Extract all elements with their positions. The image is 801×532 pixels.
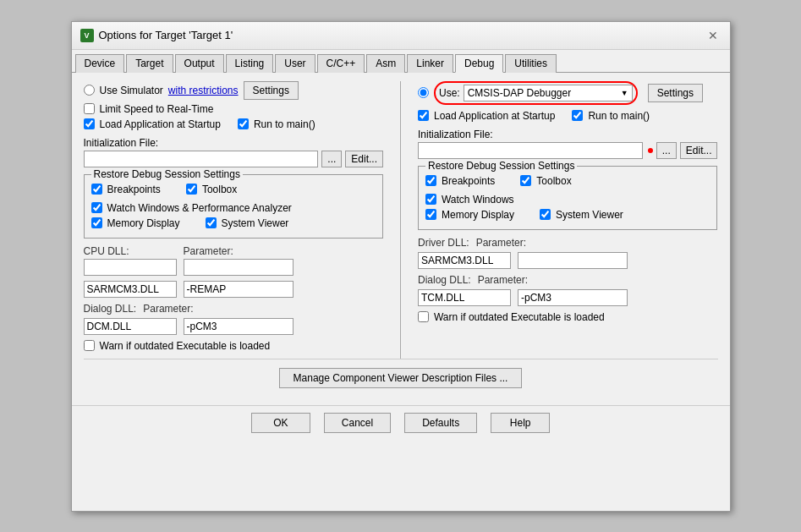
tab-listing[interactable]: Listing xyxy=(226,54,274,73)
right-sysviewer-label: System Viewer xyxy=(556,209,623,221)
dropdown-arrow-icon: ▼ xyxy=(621,89,628,97)
right-memory-checkbox[interactable] xyxy=(425,209,436,220)
right-warn-checkbox[interactable] xyxy=(418,311,429,322)
tab-debug[interactable]: Debug xyxy=(455,54,503,73)
tab-cpp[interactable]: C/C++ xyxy=(317,54,365,73)
left-watch-row: Watch Windows & Performance Analyzer xyxy=(91,202,376,214)
left-cpu-dll-value[interactable] xyxy=(84,281,177,298)
simulator-radio[interactable] xyxy=(84,85,95,96)
left-sysviewer-checkbox[interactable] xyxy=(206,217,217,228)
left-cpu-dll-row: CPU DLL: Parameter: xyxy=(84,245,384,276)
left-toolbox-row: Toolbox xyxy=(186,184,237,195)
right-driver-param-col: Parameter: xyxy=(476,237,526,249)
with-restrictions-link[interactable]: with restrictions xyxy=(168,85,239,96)
right-toolbox-row: Toolbox xyxy=(520,175,571,187)
right-dialog-dll-row: Dialog DLL: Parameter: xyxy=(418,274,718,286)
ok-button[interactable]: OK xyxy=(251,413,310,433)
left-warn-row: Warn if outdated Executable is loaded xyxy=(84,340,384,352)
right-dialog-dll-col: Dialog DLL: xyxy=(418,274,471,286)
right-dialog-param-label: Parameter: xyxy=(478,274,528,286)
left-dialog-dll-value[interactable] xyxy=(84,318,177,335)
right-toolbox-checkbox[interactable] xyxy=(520,175,531,186)
red-indicator xyxy=(648,148,653,153)
debugger-dropdown[interactable]: CMSIS-DAP Debugger ▼ xyxy=(464,85,633,101)
defaults-button[interactable]: Defaults xyxy=(404,413,477,433)
title-bar: V Options for Target 'Target 1' ✕ xyxy=(72,22,730,50)
use-label: Use: xyxy=(439,87,460,99)
right-breakpoints-row: Breakpoints xyxy=(425,175,495,187)
left-cpu-dll-col: CPU DLL: xyxy=(84,245,177,276)
right-driver-param-label: Parameter: xyxy=(476,237,526,249)
right-watch-row: Watch Windows xyxy=(425,194,710,206)
left-cpu-param-value[interactable] xyxy=(184,281,294,298)
right-edit-button[interactable]: Edit... xyxy=(680,142,718,159)
left-dialog-param-value[interactable] xyxy=(184,318,294,335)
left-toolbox-checkbox[interactable] xyxy=(186,184,197,195)
left-dialog-dll-label: Dialog DLL: xyxy=(84,303,137,315)
right-run-main-row: Run to main() xyxy=(572,110,650,122)
left-breakpoints-row: Breakpoints xyxy=(91,184,161,195)
right-load-app-checkbox[interactable] xyxy=(418,110,429,121)
left-settings-button[interactable]: Settings xyxy=(244,81,299,100)
left-load-app-label: Load Application at Startup xyxy=(100,118,221,130)
left-run-main-checkbox[interactable] xyxy=(238,118,249,129)
left-cpu-dll-input[interactable] xyxy=(84,259,177,276)
right-run-main-checkbox[interactable] xyxy=(572,110,583,121)
left-breakpoints-checkbox[interactable] xyxy=(91,184,102,195)
right-use-radio[interactable] xyxy=(418,87,429,98)
left-watch-checkbox[interactable] xyxy=(91,202,102,213)
right-init-input[interactable] xyxy=(418,142,643,159)
right-warn-label: Warn if outdated Executable is loaded xyxy=(434,311,605,323)
right-sysviewer-row: System Viewer xyxy=(540,209,623,221)
left-memory-label: Memory Display xyxy=(107,217,180,229)
left-edit-button[interactable]: Edit... xyxy=(345,151,383,167)
right-dialog-param-value[interactable] xyxy=(518,289,628,306)
close-button[interactable]: ✕ xyxy=(705,27,721,44)
tab-user[interactable]: User xyxy=(275,54,315,73)
right-browse-button[interactable]: ... xyxy=(656,142,677,159)
left-dialog-param-col: Parameter: xyxy=(143,303,193,315)
right-settings-button[interactable]: Settings xyxy=(648,84,703,102)
right-driver-param-value[interactable] xyxy=(518,252,628,269)
tab-asm[interactable]: Asm xyxy=(366,54,405,73)
right-sysviewer-checkbox[interactable] xyxy=(540,209,551,220)
options-dialog: V Options for Target 'Target 1' ✕ Device… xyxy=(71,21,731,512)
right-init-label: Initialization File: xyxy=(418,129,718,140)
right-watch-checkbox[interactable] xyxy=(425,194,436,205)
tab-target[interactable]: Target xyxy=(126,54,173,73)
left-restore-group-title: Restore Debug Session Settings xyxy=(91,168,243,180)
manage-component-button[interactable]: Manage Component Viewer Description File… xyxy=(279,368,523,388)
left-cpu-param-input[interactable] xyxy=(184,259,294,276)
limit-speed-checkbox[interactable] xyxy=(84,103,95,114)
left-warn-checkbox[interactable] xyxy=(84,340,95,351)
bottom-buttons: OK Cancel Defaults Help xyxy=(72,405,730,440)
right-breakpoints-checkbox[interactable] xyxy=(425,175,436,186)
tab-output[interactable]: Output xyxy=(175,54,224,73)
left-load-app-checkbox[interactable] xyxy=(84,118,95,129)
right-restore-group: Restore Debug Session Settings Breakpoin… xyxy=(418,166,718,230)
left-memory-row: Memory Display xyxy=(91,217,180,229)
tab-utilities[interactable]: Utilities xyxy=(505,54,557,73)
right-driver-dll-value[interactable] xyxy=(418,252,511,269)
right-dialog-dll-value[interactable] xyxy=(418,289,511,306)
right-restore-group-title: Restore Debug Session Settings xyxy=(425,160,577,172)
left-dialog-dll-col: Dialog DLL: xyxy=(84,303,137,315)
left-init-file-row: ... Edit... xyxy=(84,151,384,167)
right-panel: Use: CMSIS-DAP Debugger ▼ Settings Load … xyxy=(418,81,718,359)
left-run-main-label: Run to main() xyxy=(254,118,315,130)
left-group-inner: Breakpoints Toolbox Watch Windows & Perf… xyxy=(91,180,376,233)
left-memory-checkbox[interactable] xyxy=(91,217,102,228)
help-button[interactable]: Help xyxy=(491,413,550,433)
left-load-app-row: Load Application at Startup xyxy=(84,118,221,130)
manage-btn-row: Manage Component Viewer Description File… xyxy=(84,359,718,388)
tab-device[interactable]: Device xyxy=(75,54,125,73)
tab-linker[interactable]: Linker xyxy=(407,54,453,73)
left-init-input[interactable] xyxy=(84,151,319,167)
right-dialog-param-col: Parameter: xyxy=(478,274,528,286)
right-init-file-row: ... Edit... xyxy=(418,142,718,159)
right-toolbox-label: Toolbox xyxy=(536,175,571,187)
left-browse-button[interactable]: ... xyxy=(321,151,342,167)
left-dialog-param-label: Parameter: xyxy=(143,303,193,315)
left-sysviewer-label: System Viewer xyxy=(222,217,289,229)
cancel-button[interactable]: Cancel xyxy=(324,413,391,433)
